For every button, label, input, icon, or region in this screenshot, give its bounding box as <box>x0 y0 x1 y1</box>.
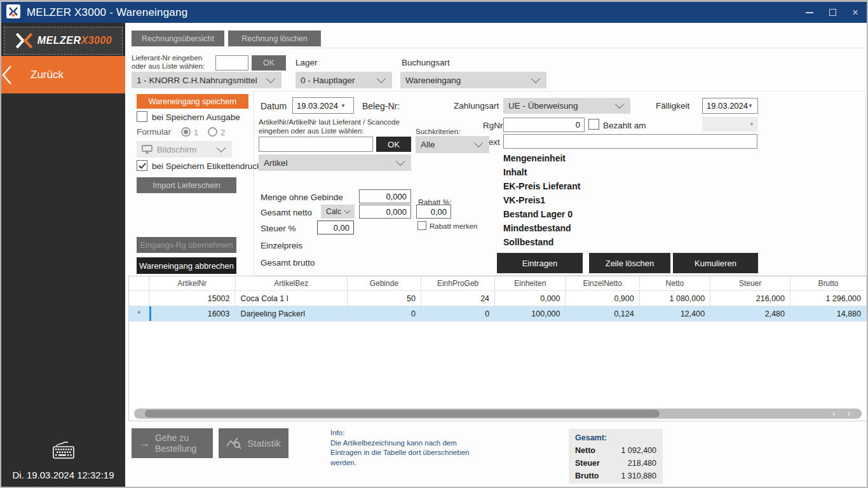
cell-einzelnetto[interactable]: 0,124 <box>566 306 639 322</box>
label-print-checkbox[interactable] <box>137 160 147 171</box>
col-netto[interactable]: Netto <box>640 276 710 291</box>
article-scan-input[interactable] <box>259 137 373 152</box>
date-input[interactable]: 19.03.2024▼ <box>292 97 354 114</box>
brand-name: MELZER <box>37 35 81 46</box>
cell-artikelbez[interactable]: Darjeeling Packerl <box>235 306 347 322</box>
output-on-save-checkbox[interactable] <box>137 111 147 122</box>
horizontal-scrollbar[interactable]: ‹ › <box>134 409 862 419</box>
import-delivery-note-button[interactable]: Import Lieferschein <box>137 177 236 193</box>
invoice-number-input[interactable]: 0 <box>503 118 585 132</box>
search-criteria-select[interactable]: Alle <box>416 136 489 153</box>
cell-steuer[interactable]: 216,000 <box>710 291 790 306</box>
cell-einheiten[interactable]: 0,000 <box>495 291 566 306</box>
save-receipt-button[interactable]: Wareneingang speichern <box>137 94 248 109</box>
col-gebinde[interactable]: Gebinde <box>348 276 421 291</box>
chevron-left-icon <box>1 65 13 85</box>
maximize-icon[interactable] <box>821 2 844 23</box>
col-brutto[interactable]: Brutto <box>790 276 867 291</box>
article-ok-button[interactable]: OK <box>376 137 411 152</box>
booking-select[interactable]: Wareneingang <box>400 72 546 88</box>
minimize-icon[interactable] <box>798 2 821 23</box>
paid-date-select[interactable]: ▼ <box>702 117 758 132</box>
cell-einhprogeb[interactable]: 0 <box>421 306 495 322</box>
text-input[interactable] <box>503 134 757 149</box>
formular-radio-2[interactable] <box>208 127 217 137</box>
cell-artikelnr[interactable]: 16003 <box>149 306 236 322</box>
goto-order-button[interactable]: → Gehe zuBestellung <box>132 428 213 458</box>
chevron-down-icon <box>266 74 275 83</box>
chevron-down-icon <box>396 156 405 165</box>
keyboard-icon[interactable] <box>1 441 125 460</box>
supplier-number-input[interactable] <box>215 55 248 71</box>
table-row-selected[interactable]: * 16003 Darjeeling Packerl 0 0 100,000 0… <box>129 306 867 322</box>
cell-artikelbez[interactable]: Coca Cola 1 l <box>235 291 347 306</box>
output-device-select[interactable]: Bildschirm <box>137 141 232 158</box>
delete-row-button[interactable]: Zeile löschen <box>589 253 670 273</box>
payment-type-select[interactable]: UE - Überweisung <box>503 98 630 114</box>
cell-artikelnr[interactable]: 15002 <box>149 291 236 306</box>
cumulate-button[interactable]: Kumulieren <box>673 253 758 273</box>
net-total-input[interactable]: 0,000 <box>359 205 411 219</box>
remember-discount-checkbox[interactable] <box>417 221 426 230</box>
detail-label-bestand: Bestand Lager 0 <box>503 209 573 219</box>
table-row[interactable]: 15002 Coca Cola 1 l 50 24 0,000 0,900 1 … <box>129 291 867 306</box>
dropdown-arrow-icon: ▼ <box>341 103 346 109</box>
supplier-select[interactable]: 1 - KNORR C.H.Nahrungsmittel <box>132 72 281 88</box>
selection-bar <box>149 306 151 321</box>
cell-steuer[interactable]: 2,480 <box>710 306 790 322</box>
takeover-incoming-invoice-button[interactable]: Eingangs-Rg übernehmen <box>137 237 236 253</box>
cell-brutto[interactable]: 14,880 <box>790 306 867 322</box>
back-button[interactable]: Zurück <box>1 56 125 93</box>
article-category-select[interactable]: Artikel <box>259 154 411 171</box>
chevron-down-icon <box>531 74 540 83</box>
statistics-button[interactable]: Statistik <box>219 428 288 458</box>
warehouse-label: Lager <box>295 58 318 67</box>
quantity-label: Menge ohne Gebinde <box>261 193 343 202</box>
scrollbar-thumb[interactable] <box>145 410 660 417</box>
scroll-left-icon[interactable]: ‹ <box>832 409 835 419</box>
discount-input[interactable]: 0,00 <box>416 205 451 219</box>
cell-einzelnetto[interactable]: 0,900 <box>566 291 639 306</box>
cell-einhprogeb[interactable]: 24 <box>421 291 495 306</box>
cell-gebinde[interactable]: 0 <box>348 306 421 322</box>
article-table: ArtikelNr ArtikelBez Gebinde EinhProGeb … <box>128 276 867 421</box>
warehouse-select[interactable]: 0 - Hauptlager <box>295 72 392 88</box>
scroll-right-icon[interactable]: › <box>848 409 850 419</box>
col-artikelbez[interactable]: ArtikelBez <box>236 276 348 291</box>
cell-einheiten[interactable]: 100,000 <box>495 306 566 322</box>
total-steuer: Steuer218,480 <box>575 459 656 468</box>
col-einheiten[interactable]: Einheiten <box>495 276 566 291</box>
row-selector[interactable]: * <box>129 306 149 322</box>
chevron-down-icon <box>474 139 483 147</box>
delete-invoice-button[interactable]: Rechnung löschen <box>228 30 321 46</box>
cell-netto[interactable]: 1 080,000 <box>640 291 710 306</box>
app-logo-icon <box>6 4 20 21</box>
col-artikelnr[interactable]: ArtikelNr <box>149 276 236 291</box>
col-einzelnetto[interactable]: EinzelNetto <box>566 276 640 291</box>
close-icon[interactable]: × <box>844 2 867 23</box>
cancel-receipt-button[interactable]: Wareneingang abbrechen <box>137 257 236 274</box>
formular-radio-1[interactable] <box>181 127 191 137</box>
cell-brutto[interactable]: 1 296,000 <box>790 291 867 306</box>
chevron-down-icon <box>615 100 624 109</box>
titlebar: MELZER X3000 - Wareneingang × <box>1 2 867 23</box>
dropdown-arrow-icon: ▼ <box>748 103 753 109</box>
check-icon <box>139 163 146 169</box>
paid-checkbox[interactable] <box>588 119 599 130</box>
quantity-input[interactable]: 0,000 <box>359 189 411 203</box>
calc-select[interactable]: Calc <box>321 205 355 219</box>
due-date-input[interactable]: 19.03.2024▼ <box>702 98 758 114</box>
app-window: MELZER X3000 - Wareneingang × MELZERX300… <box>0 0 868 488</box>
col-steuer[interactable]: Steuer <box>710 276 790 291</box>
date-label: Datum <box>261 101 287 111</box>
invoice-overview-button[interactable]: Rechnungsübersicht <box>132 30 224 46</box>
col-einhprogeb[interactable]: EinhProGeb <box>421 276 495 291</box>
tax-input[interactable]: 0,00 <box>317 220 354 234</box>
cell-gebinde[interactable]: 50 <box>348 291 421 306</box>
row-selector[interactable] <box>129 291 149 306</box>
enter-row-button[interactable]: Eintragen <box>497 253 583 273</box>
chevron-down-icon <box>217 143 226 152</box>
supplier-ok-button[interactable]: OK <box>252 55 286 71</box>
cell-netto[interactable]: 12,400 <box>640 306 710 322</box>
paid-date-label: Bezahlt am <box>603 121 646 130</box>
